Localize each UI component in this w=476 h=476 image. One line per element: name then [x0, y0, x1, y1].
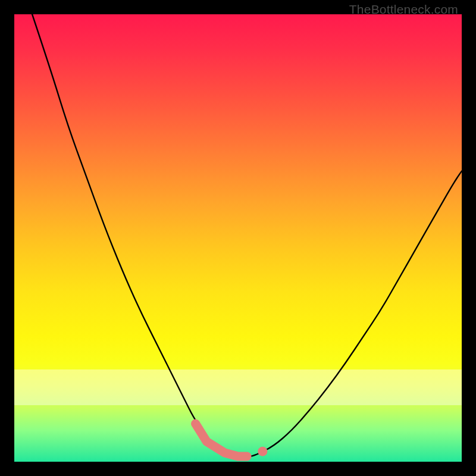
marker-segment: [196, 424, 247, 456]
bottleneck-curve: [32, 14, 462, 457]
marker-dot: [258, 447, 267, 456]
plot-svg: [14, 14, 462, 462]
